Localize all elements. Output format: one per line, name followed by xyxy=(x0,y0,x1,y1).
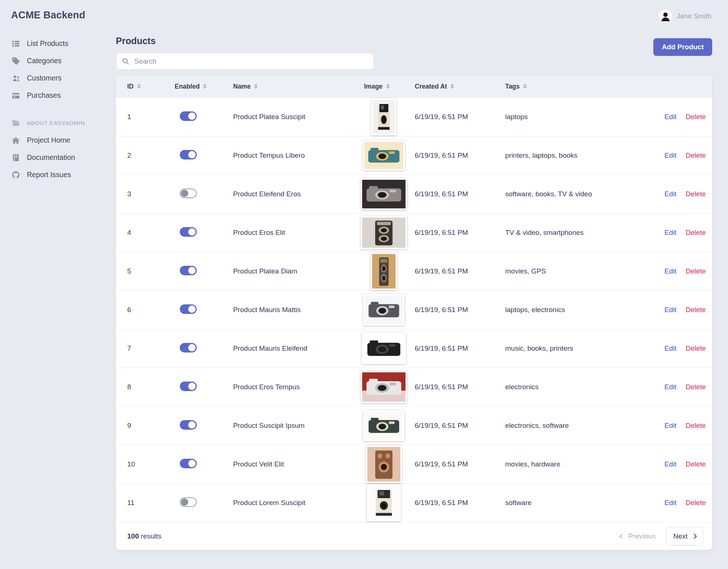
delete-link[interactable]: Delete xyxy=(686,460,706,468)
product-image[interactable] xyxy=(361,216,407,249)
tags: electronics xyxy=(505,383,664,391)
sidebar-item-customers[interactable]: Customers xyxy=(11,69,116,87)
edit-link[interactable]: Edit xyxy=(664,267,677,275)
table-row: 10Product Velit Elit6/19/19, 6:51 PMmovi… xyxy=(116,445,712,483)
created-at: 6/19/19, 6:51 PM xyxy=(415,383,505,391)
sidebar-item-label: Documentation xyxy=(27,153,75,162)
tags: software, books, TV & video xyxy=(505,190,664,198)
credit-card-icon xyxy=(11,91,21,100)
enabled-cell xyxy=(175,420,233,432)
product-name: Product Suscipit Ipsum xyxy=(233,422,364,430)
edit-link[interactable]: Edit xyxy=(664,499,677,507)
enabled-toggle[interactable] xyxy=(180,304,197,314)
delete-link[interactable]: Delete xyxy=(686,113,706,121)
product-image[interactable] xyxy=(361,178,407,210)
edit-link[interactable]: Edit xyxy=(664,151,677,160)
enabled-toggle[interactable] xyxy=(180,382,197,391)
column-header-created-at[interactable]: Created At xyxy=(415,83,505,90)
sidebar-item-documentation[interactable]: Documentation xyxy=(11,149,116,166)
delete-link[interactable]: Delete xyxy=(686,229,706,237)
column-header-name[interactable]: Name xyxy=(233,83,364,90)
chevron-right-icon xyxy=(692,533,697,538)
delete-link[interactable]: Delete xyxy=(686,383,706,391)
product-image[interactable] xyxy=(361,371,407,403)
image-cell xyxy=(364,216,415,249)
delete-link[interactable]: Delete xyxy=(686,422,706,430)
enabled-toggle[interactable] xyxy=(180,343,197,353)
enabled-toggle[interactable] xyxy=(180,459,197,468)
image-cell xyxy=(364,178,415,210)
image-cell xyxy=(364,99,415,135)
delete-link[interactable]: Delete xyxy=(686,151,706,160)
edit-link[interactable]: Edit xyxy=(664,344,677,353)
table-footer: 100 results Previous Next xyxy=(116,522,712,550)
product-image[interactable] xyxy=(363,294,404,326)
home-icon xyxy=(11,136,21,145)
product-name: Product Platea Diam xyxy=(233,267,364,275)
sort-icon xyxy=(137,84,141,89)
edit-link[interactable]: Edit xyxy=(664,422,677,430)
product-image[interactable] xyxy=(366,445,402,483)
edit-link[interactable]: Edit xyxy=(664,306,677,314)
enabled-toggle[interactable] xyxy=(180,189,197,198)
sidebar-item-purchases[interactable]: Purchases xyxy=(11,87,116,104)
results-count-suffix: results xyxy=(141,532,161,540)
enabled-cell xyxy=(175,382,233,393)
tags: movies, hardware xyxy=(505,460,664,468)
column-header-image[interactable]: Image xyxy=(364,83,415,90)
product-image[interactable] xyxy=(367,484,401,521)
enabled-toggle[interactable] xyxy=(180,420,197,430)
product-image[interactable] xyxy=(371,253,397,290)
delete-link[interactable]: Delete xyxy=(686,267,706,275)
product-image[interactable] xyxy=(362,333,406,364)
enabled-toggle[interactable] xyxy=(180,150,197,160)
enabled-toggle[interactable] xyxy=(180,111,197,121)
delete-link[interactable]: Delete xyxy=(686,499,706,507)
sort-icon xyxy=(254,84,258,89)
sidebar-section-about: ABOUT EASYADMIN xyxy=(11,114,116,132)
edit-link[interactable]: Edit xyxy=(664,383,677,391)
created-at: 6/19/19, 6:51 PM xyxy=(415,190,505,198)
edit-link[interactable]: Edit xyxy=(664,190,677,198)
enabled-toggle[interactable] xyxy=(180,266,197,275)
created-at: 6/19/19, 6:51 PM xyxy=(415,344,505,353)
enabled-toggle[interactable] xyxy=(180,497,197,507)
enabled-cell xyxy=(175,227,233,239)
product-name: Product Eros Elit xyxy=(233,229,364,237)
created-at: 6/19/19, 6:51 PM xyxy=(415,151,505,160)
toggle-knob xyxy=(188,228,196,236)
sidebar-item-list-products[interactable]: List Products xyxy=(11,35,116,52)
toggle-knob xyxy=(188,151,196,158)
image-cell xyxy=(364,371,415,403)
product-name: Product Platea Suscipit xyxy=(233,113,364,121)
sidebar-item-label: List Products xyxy=(27,39,68,48)
product-image[interactable] xyxy=(363,410,404,441)
enabled-cell xyxy=(175,343,233,354)
sidebar-item-project-home[interactable]: Project Home xyxy=(11,132,116,149)
product-image[interactable] xyxy=(371,99,396,135)
app-title[interactable]: ACME Backend xyxy=(11,10,116,21)
results-count-number: 100 xyxy=(127,532,139,540)
column-header-id[interactable]: ID xyxy=(127,83,175,90)
created-at: 6/19/19, 6:51 PM xyxy=(415,267,505,275)
add-product-button[interactable]: Add Product xyxy=(653,38,712,56)
edit-link[interactable]: Edit xyxy=(664,113,677,121)
row-actions: EditDelete xyxy=(664,460,715,468)
enabled-toggle[interactable] xyxy=(180,227,197,237)
column-header-enabled[interactable]: Enabled xyxy=(175,83,233,90)
sidebar-item-report-issues[interactable]: Report Issues xyxy=(11,166,116,183)
sidebar-item-label: Purchases xyxy=(27,91,61,100)
column-label: Image xyxy=(364,83,383,90)
search-input[interactable] xyxy=(133,57,368,66)
delete-link[interactable]: Delete xyxy=(686,306,706,314)
next-label: Next xyxy=(673,532,688,540)
delete-link[interactable]: Delete xyxy=(686,190,706,198)
sidebar-item-categories[interactable]: Categories xyxy=(11,52,116,69)
toggle-knob xyxy=(188,305,196,313)
column-header-tags[interactable]: Tags xyxy=(505,83,664,90)
edit-link[interactable]: Edit xyxy=(664,229,677,237)
edit-link[interactable]: Edit xyxy=(664,460,677,468)
product-image[interactable] xyxy=(363,140,405,171)
delete-link[interactable]: Delete xyxy=(686,344,706,353)
next-page-button[interactable]: Next xyxy=(666,527,703,545)
